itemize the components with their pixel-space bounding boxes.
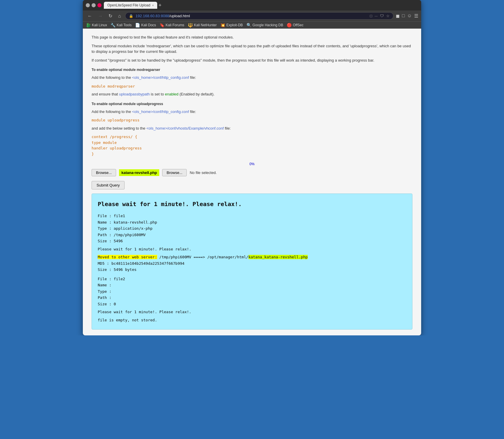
file1-name: Name : katana-revshell.php [98,220,406,225]
section2-p1-pre: Add the following to the [92,109,132,114]
moved-pre: Moved to other web server: [98,255,157,259]
intro-p3: If context "/progress" is set to be hand… [92,58,412,63]
file1-name-display: katana-revshell.php [119,169,159,176]
section2-header: To enable optional module uploadprogress [92,101,412,107]
lock-icon: 🔒 [129,14,133,18]
moved-line: Moved to other web server: /tmp/phpi600M… [98,254,406,260]
bookmark-label: Exploit-DB [226,23,243,27]
library-icon[interactable]: ◼ [396,13,400,19]
moved-path: /tmp/phpi600MV ====> /opt/manager/html/ [157,255,249,259]
bookmark-label: Kali Linux [92,23,107,27]
kali-linux-icon: 🐉 [86,23,91,27]
toolbar-right: ◼ □ ☺ ☰ [396,13,418,19]
bookmark-google-hacking-db[interactable]: 🔍 Google Hacking DB [246,23,283,27]
nav-bar: ← → ↻ ⌂ 🔒 192.168.60.83:8088/upload.html… [83,11,421,21]
browser-window: OpenLiteSpeed File Upload × + ← → ↻ ⌂ 🔒 … [83,0,421,335]
minimize-button[interactable] [86,3,90,7]
menu-dots-icon[interactable]: ··· [374,14,378,18]
section1-p2-mid: is set to [150,92,165,96]
tabs-icon[interactable]: □ [402,13,405,19]
address-text: 192.168.60.83:8088/upload.html [136,14,368,18]
file2-no-selected: No file selected. [190,170,217,176]
host-text: 192.168.60.83:8088 [136,14,169,18]
file2-size: Size : 0 [98,301,406,307]
maximize-button[interactable] [92,3,96,7]
offsec-icon: 🔴 [287,23,292,27]
reader-icon[interactable]: □ [370,14,372,18]
section2-p2-pre: and add the below setting to the [92,126,146,130]
bookmark-label: Kali Tools [117,23,132,27]
moved-file: katana_katana-revshell.php [249,255,308,259]
section2-code1: module uploadprogress [92,117,412,123]
hamburger-icon[interactable]: ☰ [414,13,418,19]
bookmark-label: Kali Docs [141,23,156,27]
section2-p2-post: file: [224,126,231,130]
address-bar[interactable]: 🔒 192.168.60.83:8088/upload.html □ ··· 🛡… [125,12,393,20]
star-icon[interactable]: ☆ [386,14,390,18]
file-upload-row-1: Browse... katana-revshell.php Browse... … [92,169,412,176]
section1-link2[interactable]: uploadpassbypath [119,92,150,96]
md5-line: MD5 : bc48111e104b2549da225347f667b994 [98,261,406,266]
result-box: Please wait for 1 minute!. Please relax!… [92,194,412,330]
tab-title: OpenLiteSpeed File Upload [107,3,150,7]
bookmark-label: Kali Forums [166,23,184,27]
section1-link1[interactable]: <ols_home>/conf/http_config.conf [132,75,189,80]
home-button[interactable]: ⌂ [116,13,123,19]
bookmark-kali-docs[interactable]: 📄 Kali Docs [135,23,156,27]
back-button[interactable]: ← [86,13,94,19]
google-hacking-db-icon: 🔍 [246,23,251,27]
kali-nethunter-icon: 🔱 [188,23,193,27]
code-line-3: handler uploadprogress [92,145,412,151]
active-tab[interactable]: OpenLiteSpeed File Upload × [104,2,157,9]
exploit-db-icon: 💥 [220,23,225,27]
tab-bar: OpenLiteSpeed File Upload × + [104,2,418,9]
section1-p1-post: file: [189,75,196,80]
intro-p1: This page is designed to test the file u… [92,34,412,40]
size-bytes-line: Size : 5496 bytes [98,267,406,273]
bookmark-label: OffSec [293,23,303,27]
file-empty: file is empty, not stored. [98,317,406,323]
wait2: Please wait for 1 minute!. Please relax!… [98,309,406,315]
bookmark-exploit-db[interactable]: 💥 Exploit-DB [220,23,243,27]
bookmark-kali-linux[interactable]: 🐉 Kali Linux [86,23,107,27]
result-heading: Please wait for 1 minute!. Please relax!… [98,200,406,208]
bookmark-offsec[interactable]: 🔴 OffSec [287,23,303,27]
bookmarks-bar: 🐉 Kali Linux 🔧 Kali Tools 📄 Kali Docs 🔖 … [83,21,421,29]
section1-p1-pre: Add the following to the [92,75,132,80]
path-text: /upload.html [169,14,190,18]
bookmark-kali-tools[interactable]: 🔧 Kali Tools [111,23,132,27]
reload-button[interactable]: ↻ [107,13,114,19]
bookmark-kali-nethunter[interactable]: 🔱 Kali NetHunter [188,23,217,27]
kali-tools-icon: 🔧 [111,23,116,27]
tab-close-button[interactable]: × [152,4,154,7]
close-button[interactable] [97,3,102,7]
intro-p2: These optional modules include 'modreqpa… [92,43,412,55]
browse-button-2[interactable]: Browse... [162,169,187,176]
file2-path: Path : [98,295,406,301]
forward-button[interactable]: → [96,13,104,19]
browse-button-1[interactable]: Browse... [92,169,116,176]
section1-p2: and ensure that uploadpassbypath is set … [92,91,412,97]
section1-p2-post: (Enabled by default). [178,92,215,96]
account-icon[interactable]: ☺ [407,13,412,19]
section2-p2: and add the below setting to the <ols_ho… [92,126,412,131]
submit-button[interactable]: Submit Query [92,181,125,189]
section1-enabled: enabled [165,92,178,96]
page-wrapper: This page is designed to test the file u… [83,29,421,335]
section1-p1: Add the following to the <ols_home>/conf… [92,75,412,81]
file1-size: Size : 5496 [98,238,406,244]
section2-p1: Add the following to the <ols_home>/conf… [92,109,412,115]
submit-row: Submit Query [92,179,412,189]
section2-link2[interactable]: <ols_home>/conf/vhosts/Example/vhconf.co… [146,126,224,130]
file2-name: Name : [98,282,406,288]
kali-docs-icon: 📄 [135,23,140,27]
bookmark-kali-forums[interactable]: 🔖 Kali Forums [160,23,184,27]
section1-p2-pre: and ensure that [92,92,119,96]
file2-label: File : file2 [98,276,406,282]
section2-link1[interactable]: <ols_home>/conf/http_config.conf [132,109,189,114]
address-bar-controls: □ ··· 🛡 ☆ [370,14,390,18]
new-tab-button[interactable]: + [158,2,162,8]
section1-code1: module modreqparser [92,83,412,89]
file1-path: Path : /tmp/phpi600MV [98,232,406,238]
file1-type: Type : application/x-php [98,226,406,231]
